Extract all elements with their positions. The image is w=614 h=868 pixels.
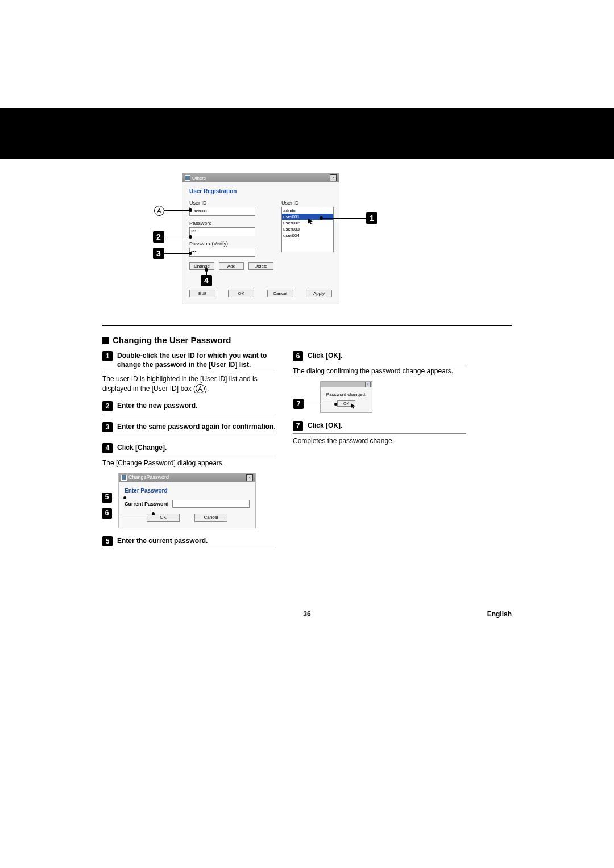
step-title-6: Click [OK]. (308, 351, 342, 360)
close-icon[interactable]: × (330, 174, 337, 181)
close-icon[interactable]: × (365, 382, 371, 387)
step-title-2: Enter the new password. (117, 401, 197, 410)
list-item[interactable]: user003 (282, 226, 333, 232)
step-num-5: 5 (102, 536, 113, 546)
callout-3: 3 (153, 248, 164, 259)
cursor-icon (351, 403, 356, 410)
step-title-3: Enter the same password again for confir… (117, 422, 276, 431)
edit-button[interactable]: Edit (189, 290, 215, 297)
user-id-listbox[interactable]: adminuser001user002user003user004 (281, 207, 334, 252)
dialog2-titlebar: ChangePassword × (119, 473, 255, 482)
step-num-6: 6 (293, 351, 303, 361)
horizontal-rule (102, 325, 512, 326)
step-num-4: 4 (102, 443, 113, 453)
cancel-button[interactable]: Cancel (194, 514, 227, 522)
add-button[interactable]: Add (219, 262, 244, 270)
callout-5: 5 (102, 493, 112, 503)
page-number: 36 (0, 610, 614, 618)
step-num-3: 3 (102, 422, 113, 432)
step-title-5: Enter the current password. (117, 536, 208, 545)
label-password-verify: Password(Verify) (189, 241, 273, 247)
step-body-4: The [Change Password] dialog appears. (102, 458, 276, 468)
label-current-password: Current Password (125, 500, 169, 507)
list-item[interactable]: user004 (282, 232, 333, 239)
language-label: English (487, 610, 512, 618)
callout-6: 6 (102, 508, 112, 519)
confirm-message: Password changed. (323, 392, 370, 398)
step-num-1: 1 (102, 351, 113, 361)
step-num-7: 7 (293, 421, 303, 431)
dialog-icon (121, 475, 127, 481)
confirm-dialog: × Password changed. OK 7 (320, 381, 372, 413)
label-password: Password (189, 220, 273, 226)
dialog-title: Others (192, 176, 206, 181)
step-num-2: 2 (102, 401, 113, 411)
cursor-icon (308, 218, 313, 225)
password-input[interactable]: *** (189, 227, 255, 236)
steps-column-right: 6Click [OK]. The dialog confirming the p… (293, 351, 466, 454)
dialog-titlebar: Others × (182, 173, 339, 182)
steps-column-left: 1Double-click the user ID for which you … (102, 351, 276, 557)
dialog-header: User Registration (189, 188, 332, 194)
label-user-id: User ID (189, 200, 273, 206)
callout-1: 1 (366, 212, 377, 224)
callout-7: 7 (293, 399, 304, 409)
callout-4: 4 (201, 275, 212, 286)
dialog2-header: Enter Password (125, 487, 250, 495)
dialog3-titlebar: × (321, 382, 372, 387)
step-title-4: Click [Change]. (117, 443, 167, 452)
delete-button[interactable]: Delete (248, 262, 273, 270)
close-icon[interactable]: × (246, 474, 253, 481)
current-password-input[interactable] (172, 500, 250, 508)
change-button[interactable]: Change (189, 262, 214, 270)
user-id-input[interactable]: user001 (189, 207, 255, 216)
header-black-bar (0, 108, 614, 159)
dialog2-title: ChangePassword (128, 474, 169, 481)
section-title: Changing the User Password (102, 335, 231, 345)
label-user-id-list: User ID (281, 200, 334, 206)
cancel-button[interactable]: Cancel (267, 290, 293, 297)
step-title-7: Click [OK]. (308, 421, 342, 430)
step-body-7: Completes the password change. (293, 436, 466, 445)
callout-a: A (154, 206, 164, 216)
ok-button[interactable]: OK (228, 290, 254, 297)
password-verify-input[interactable]: *** (189, 248, 255, 257)
step-title-1: Double-click the user ID for which you w… (117, 351, 276, 369)
list-item[interactable]: admin (282, 207, 333, 214)
step-body-6: The dialog confirming the password chang… (293, 366, 466, 375)
callout-2: 2 (153, 231, 164, 243)
apply-button[interactable]: Apply (306, 290, 332, 297)
change-password-dialog: ChangePassword × Enter Password Current … (118, 473, 256, 528)
dialog-icon (185, 175, 190, 181)
step-body-1: The user ID is highlighted in the [User … (102, 374, 276, 393)
